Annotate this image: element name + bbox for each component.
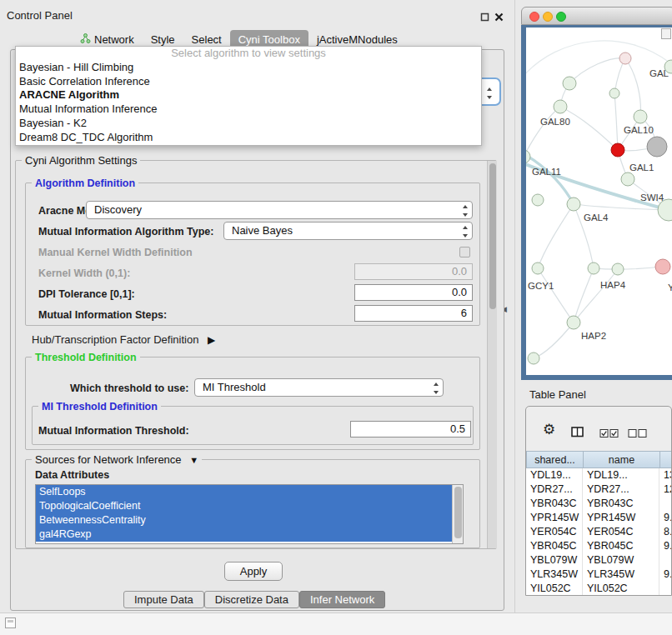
dpi-tolerance-input[interactable]: 0.0 — [354, 284, 473, 301]
table-row[interactable]: YDR27...YDR27...12 — [526, 482, 672, 497]
table-row[interactable]: YPR145WYPR145W9. — [526, 511, 672, 525]
apply-button[interactable]: Apply — [224, 562, 283, 581]
tab-impute-data[interactable]: Impute Data — [123, 591, 204, 608]
menu-item[interactable]: Bayesian - Hill Climbing — [16, 61, 481, 75]
list-scrollbar-thumb[interactable] — [454, 487, 462, 538]
cell[interactable] — [659, 582, 672, 596]
column-header-name[interactable]: name — [583, 451, 660, 468]
menu-item[interactable]: Mutual Information Inference — [16, 102, 481, 117]
network-node-gal80[interactable] — [554, 100, 567, 113]
menu-item[interactable]: Bayesian - K2 — [16, 117, 481, 131]
cell[interactable]: 8. — [659, 525, 672, 539]
network-graph[interactable]: GAL GAL80 GAL10 GAL11 GAL1 SWI4 GAL4 GCY… — [526, 28, 672, 375]
cell[interactable] — [659, 497, 672, 511]
cell[interactable]: 9. — [659, 539, 672, 553]
menu-item-selected[interactable]: ARACNE Algorithm — [16, 88, 481, 102]
cell[interactable]: YBR045C — [526, 539, 583, 553]
deselect-all-checkboxes-icon[interactable] — [628, 427, 648, 442]
network-canvas[interactable]: GAL GAL80 GAL10 GAL11 GAL1 SWI4 GAL4 GCY… — [526, 28, 672, 375]
cell[interactable] — [659, 553, 672, 568]
settings-scrollbar[interactable] — [487, 161, 497, 548]
cell[interactable]: YBR043C — [583, 497, 659, 511]
panel-thumbnail-icon[interactable] — [5, 618, 16, 628]
cell[interactable]: YDL19... — [526, 468, 583, 482]
list-item[interactable]: SelfLoops — [36, 485, 452, 499]
network-window-titlebar[interactable] — [521, 7, 672, 25]
table-row[interactable]: YLR345WYLR345W9. — [526, 568, 672, 582]
menu-item[interactable]: Basic Correlation Inference — [16, 75, 481, 89]
column-header-cut[interactable] — [659, 451, 672, 468]
network-node-gal1[interactable] — [621, 172, 634, 186]
cell[interactable]: YLR345W — [526, 568, 583, 582]
network-node[interactable] — [532, 194, 544, 206]
close-traffic-light[interactable] — [529, 12, 539, 22]
cell[interactable]: YDR27... — [526, 482, 583, 497]
mi-steps-input[interactable]: 6 — [354, 305, 473, 322]
mi-algorithm-type-select[interactable]: Naive Bayes — [223, 222, 473, 240]
network-node-hap4[interactable] — [588, 262, 599, 274]
aracne-mode-select[interactable]: Discovery — [86, 201, 473, 219]
cell[interactable]: 13 — [659, 468, 672, 482]
cell[interactable]: YPR145W — [526, 511, 583, 525]
list-item[interactable]: TopologicalCoefficient — [36, 499, 452, 513]
table-row[interactable]: YBR043CYBR043C — [526, 497, 672, 511]
close-icon[interactable] — [494, 10, 504, 25]
network-node-gal4[interactable] — [567, 198, 580, 211]
network-node-hap2[interactable] — [567, 316, 580, 329]
network-node-red[interactable] — [611, 143, 624, 157]
network-node[interactable] — [563, 77, 576, 90]
chevron-right-icon[interactable]: ▶ — [208, 334, 215, 346]
mi-threshold-input[interactable]: 0.5 — [350, 421, 471, 438]
cell[interactable]: YBR045C — [583, 539, 659, 553]
triangle-down-icon[interactable]: ▼ — [189, 455, 198, 465]
network-node-gcy1[interactable] — [532, 262, 544, 274]
cell[interactable]: YDR27... — [583, 482, 659, 497]
zoom-traffic-light[interactable] — [556, 12, 566, 22]
menu-item[interactable]: Dream8 DC_TDC Algorithm — [16, 131, 481, 145]
network-node-large-gray[interactable] — [647, 137, 667, 157]
network-node[interactable] — [612, 263, 624, 275]
table-row[interactable]: YIL052CYIL052C — [526, 582, 672, 596]
table-row[interactable]: YBL079WYBL079W — [526, 553, 672, 568]
cell[interactable]: 12 — [659, 482, 672, 497]
gear-icon[interactable]: ⚙ — [543, 422, 555, 437]
cell[interactable]: YBL079W — [583, 553, 659, 568]
settings-scrollbar-thumb[interactable] — [489, 163, 496, 309]
cell[interactable]: YDL19... — [583, 468, 659, 482]
tab-infer-network[interactable]: Infer Network — [299, 591, 385, 608]
columns-icon[interactable] — [571, 426, 584, 441]
minimize-traffic-light[interactable] — [543, 12, 553, 22]
cell[interactable]: 9. — [659, 511, 672, 525]
table-row[interactable]: YER054CYER054C8. — [526, 525, 672, 539]
cell[interactable]: YBL079W — [526, 553, 583, 568]
table-row[interactable]: YDL19...YDL19...13 — [526, 468, 672, 482]
float-window-icon[interactable] — [480, 10, 489, 25]
cell[interactable]: YLR345W — [583, 568, 659, 582]
sources-header[interactable]: Sources for Network Inference ▼ — [32, 453, 202, 466]
manual-kernel-width-checkbox[interactable] — [459, 247, 470, 258]
which-threshold-select[interactable]: MI Threshold — [194, 378, 444, 397]
network-node[interactable] — [619, 52, 631, 64]
list-item[interactable]: gal4RGexp — [36, 528, 452, 542]
network-scrollbar-stub[interactable] — [661, 28, 671, 39]
panel-divider[interactable] — [514, 0, 515, 612]
list-scrollbar[interactable] — [452, 485, 463, 543]
network-node-gal10[interactable] — [634, 110, 647, 123]
cell[interactable]: YIL052C — [526, 582, 583, 596]
cell[interactable]: YBR043C — [526, 497, 583, 511]
network-node-gal11[interactable] — [526, 150, 530, 163]
tab-discretize-data[interactable]: Discretize Data — [204, 591, 299, 608]
cell[interactable]: 9. — [659, 568, 672, 582]
cell[interactable]: YER054C — [526, 525, 583, 539]
list-item[interactable]: BetweennessCentrality — [36, 513, 452, 528]
cell[interactable]: YIL052C — [583, 582, 659, 596]
select-all-checkboxes-icon[interactable] — [599, 427, 619, 442]
cell[interactable]: YPR145W — [583, 511, 659, 525]
network-node[interactable] — [528, 352, 539, 364]
network-node[interactable] — [609, 88, 619, 98]
cell[interactable]: YER054C — [583, 525, 659, 539]
hub-tf-definition-header[interactable]: Hub/Transcription Factor Definition ▶ — [32, 333, 215, 346]
table-row[interactable]: YBR045CYBR045C9. — [526, 539, 672, 553]
kernel-width-input[interactable]: 0.0 — [354, 263, 473, 280]
data-attributes-list[interactable]: SelfLoops TopologicalCoefficient Between… — [35, 484, 464, 544]
